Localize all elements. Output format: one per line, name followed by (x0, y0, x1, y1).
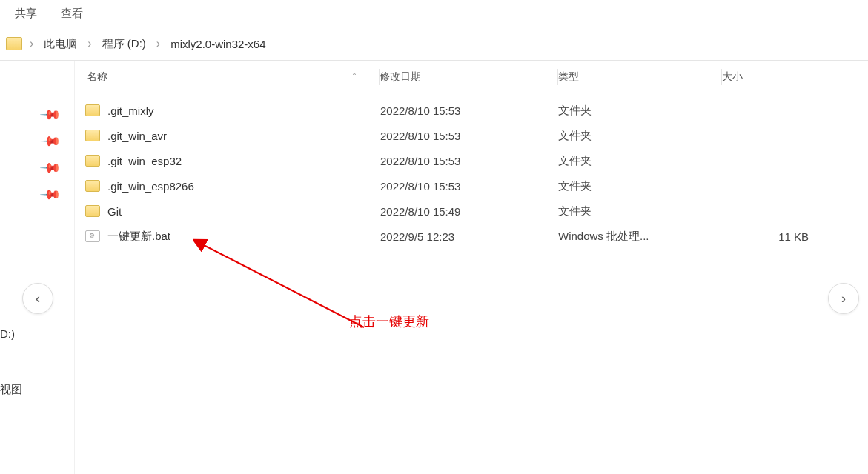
header-date[interactable]: 修改日期 (380, 70, 557, 84)
file-rows: .git_mixly2022/8/10 15:53文件夹.git_win_avr… (75, 93, 868, 249)
chevron-right-icon[interactable]: › (28, 37, 35, 50)
file-type: 文件夹 (558, 204, 721, 218)
file-name: .git_win_esp32 (107, 155, 380, 167)
nav-back-button[interactable]: ‹ (22, 283, 53, 314)
file-date: 2022/8/10 15:53 (380, 104, 558, 117)
pin-icon[interactable]: 📌 (39, 130, 75, 165)
pin-icon[interactable]: 📌 (39, 183, 75, 218)
file-date: 2022/8/10 15:53 (380, 155, 558, 167)
sidebar-drive-label[interactable]: D:) (0, 327, 22, 340)
column-headers: 名称 ˄ 修改日期 类型 大小 (75, 61, 868, 93)
tab-share[interactable]: 共享 (15, 7, 37, 21)
file-name: .git_win_avr (107, 130, 380, 142)
crumb-folder[interactable]: mixly2.0-win32-x64 (168, 38, 268, 50)
file-row[interactable]: .git_win_esp322022/8/10 15:53文件夹 (75, 148, 868, 173)
sort-caret-icon: ˄ (352, 72, 357, 82)
file-row[interactable]: .git_win_esp82662022/8/10 15:53文件夹 (75, 173, 868, 198)
file-size: 11 KB (721, 230, 868, 243)
file-date: 2022/8/10 15:53 (380, 180, 558, 193)
file-date: 2022/9/5 12:23 (380, 230, 558, 243)
file-row[interactable]: 一键更新.bat2022/9/5 12:23Windows 批处理...11 K… (75, 224, 868, 249)
file-row[interactable]: .git_mixly2022/8/10 15:53文件夹 (75, 98, 868, 123)
file-type: 文件夹 (558, 154, 721, 168)
file-name: .git_win_esp8266 (107, 180, 380, 193)
file-type: 文件夹 (558, 104, 721, 118)
file-name: Git (107, 205, 380, 218)
pin-icon[interactable]: 📌 (39, 156, 75, 192)
nav-forward-button[interactable]: › (828, 283, 859, 314)
folder-icon (6, 37, 22, 50)
folder-icon (85, 155, 100, 167)
chevron-right-icon[interactable]: › (155, 37, 162, 50)
file-name: .git_mixly (107, 104, 380, 117)
file-list-panel: 名称 ˄ 修改日期 类型 大小 .git_mixly2022/8/10 15:5… (74, 61, 868, 474)
folder-icon (85, 180, 100, 192)
chevron-right-icon[interactable]: › (86, 37, 93, 50)
header-name[interactable]: 名称 ˄ (75, 70, 379, 84)
file-row[interactable]: Git2022/8/10 15:49文件夹 (75, 198, 868, 224)
main-area: 📌 📌 📌 📌 ‹ D:) 视图 名称 ˄ 修改日期 类型 大小 .git_mi… (0, 60, 868, 474)
sidebar-view-label[interactable]: 视图 (0, 383, 22, 397)
tab-view[interactable]: 查看 (61, 7, 83, 21)
ribbon-tabs: 共享 查看 (0, 0, 868, 27)
header-type[interactable]: 类型 (558, 70, 721, 84)
breadcrumb[interactable]: › 此电脑 › 程序 (D:) › mixly2.0-win32-x64 (0, 27, 868, 60)
sidebar: 📌 📌 📌 📌 ‹ D:) 视图 (0, 61, 74, 474)
bat-file-icon (85, 230, 100, 242)
folder-icon (85, 205, 100, 217)
svg-line-0 (202, 244, 364, 327)
file-date: 2022/8/10 15:49 (380, 205, 558, 218)
file-type: 文件夹 (558, 179, 721, 193)
crumb-drive[interactable]: 程序 (D:) (99, 37, 149, 51)
folder-icon (85, 130, 100, 141)
file-type: Windows 批处理... (558, 230, 721, 244)
pin-icon[interactable]: 📌 (39, 103, 75, 138)
folder-icon (85, 104, 100, 116)
crumb-this-pc[interactable]: 此电脑 (41, 37, 80, 51)
annotation-text: 点击一键更新 (349, 313, 429, 330)
file-row[interactable]: .git_win_avr2022/8/10 15:53文件夹 (75, 123, 868, 148)
file-name: 一键更新.bat (107, 230, 380, 244)
header-size[interactable]: 大小 (722, 70, 868, 84)
file-date: 2022/8/10 15:53 (380, 130, 558, 142)
file-type: 文件夹 (558, 129, 721, 143)
header-name-label: 名称 (87, 70, 107, 84)
